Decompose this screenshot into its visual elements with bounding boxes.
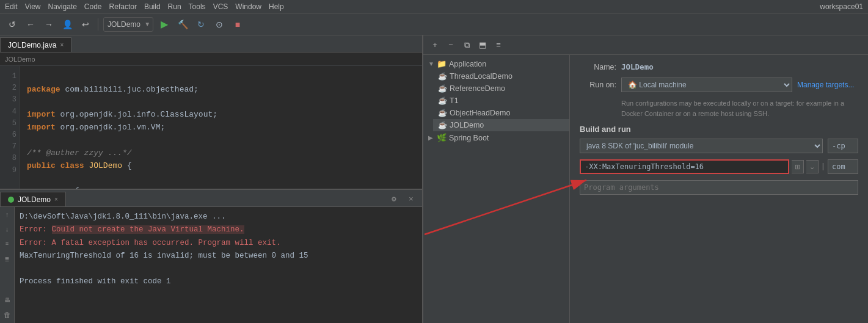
detail-name-row: Name: JOLDemo: [580, 62, 858, 71]
detail-runon-row: Run on: 🏠 Local machine Manage targets..…: [580, 78, 858, 92]
sdk-arg-input[interactable]: [828, 139, 858, 153]
run-indicator-icon: ▶: [20, 185, 22, 189]
joldemo-app-icon: ☕: [438, 121, 447, 129]
code-line-1: [27, 71, 415, 84]
tree-label-joldemo: JOLDemo: [450, 121, 484, 129]
console-wrap-icon[interactable]: ≡: [2, 239, 13, 250]
refresh-button[interactable]: ↺: [5, 17, 20, 32]
console-scroll-down-icon[interactable]: ↓: [2, 224, 13, 235]
code-line-5: import org.openjdk.jol.vm.VM;: [27, 122, 415, 134]
menu-build[interactable]: Build: [144, 2, 161, 11]
console-delete-icon[interactable]: 🗑: [2, 310, 13, 321]
menu-run[interactable]: Run: [168, 2, 181, 11]
manage-targets-link[interactable]: Manage targets...: [797, 81, 854, 89]
t1-app-icon: ☕: [438, 96, 447, 105]
toolbar: ↺ ← → 👤 ↩ JOLDemo ▼ ▶ 🔨 ↻ ⊙ ■: [0, 13, 868, 35]
tree-item-application[interactable]: ▼ 📁 Application: [423, 57, 569, 70]
build-button[interactable]: 🔨: [175, 17, 190, 32]
code-line-6: [27, 134, 415, 147]
build-run-title: Build and run: [580, 125, 858, 134]
vm-options-expand-button[interactable]: ⊞: [792, 160, 804, 173]
program-args-input[interactable]: [580, 180, 858, 195]
console-line-1: D:\devSoft\Java\jdk1.8.0_111\bin\java.ex…: [20, 211, 417, 223]
tree-item-threadlocaldemo[interactable]: ☕ ThreadLocalDemo: [433, 70, 569, 82]
main-class-input[interactable]: [828, 159, 858, 174]
stop-button[interactable]: ■: [230, 17, 245, 32]
back-button[interactable]: ←: [23, 17, 38, 32]
editor-tab-label: JOLDemo.java: [8, 41, 56, 49]
springboot-icon: 🌿: [437, 133, 447, 142]
menu-vcs[interactable]: VCS: [213, 2, 228, 11]
reload-button[interactable]: ↻: [194, 17, 208, 32]
console-content: D:\devSoft\Java\jdk1.8.0_111\bin\java.ex…: [15, 207, 422, 323]
console-tab-label: JOLDemo: [18, 195, 51, 204]
tree-label-t1: T1: [450, 96, 459, 105]
console-close-icon[interactable]: ×: [404, 192, 418, 206]
code-line-4: import org.openjdk.jol.info.ClassLayout;: [27, 109, 415, 122]
right-toolbar: + − ⧉ ⬒ ≡: [423, 35, 868, 55]
console-tab-close-icon[interactable]: ×: [54, 196, 58, 203]
threadlocaldemo-app-icon: ☕: [438, 72, 447, 81]
menu-edit[interactable]: Edit: [5, 2, 18, 11]
code-editor[interactable]: 1 2 3 4 5 6 7 8 9 package com.bilibili.j…: [0, 66, 422, 189]
menu-refactor[interactable]: Refactor: [109, 2, 137, 11]
tree-item-referencedemo[interactable]: ☕ ReferenceDemo: [433, 82, 569, 95]
expand-config-button[interactable]: ⬒: [476, 38, 489, 52]
runon-label: Run on:: [580, 81, 616, 89]
user-button[interactable]: 👤: [60, 17, 75, 32]
right-panel: + − ⧉ ⬒ ≡ ▼ 📁 Application ☕ ThreadLocalD…: [422, 35, 868, 323]
console-tab-joldemo[interactable]: JOLDemo ×: [0, 192, 66, 206]
copy-config-button[interactable]: ⧉: [460, 38, 473, 52]
tree-label-threadlocaldemo: ThreadLocalDemo: [450, 72, 512, 81]
console-gear-icon[interactable]: ⚙: [387, 192, 401, 206]
menu-view[interactable]: View: [25, 2, 41, 11]
application-folder-icon: 📁: [437, 59, 447, 68]
menu-window[interactable]: Window: [235, 2, 261, 11]
vm-options-menu-button[interactable]: ⌄: [806, 160, 819, 173]
sdk-select[interactable]: java 8 SDK of 'juc_bilibili' module: [580, 139, 823, 153]
dropdown-arrow-icon: ▼: [144, 21, 150, 27]
menu-help[interactable]: Help: [269, 2, 284, 11]
menu-code[interactable]: Code: [84, 2, 102, 11]
tree-item-objectheaddemo[interactable]: ☕ ObjectHeadDemo: [433, 107, 569, 119]
console-body: ↑ ↓ ≡ ≣ 🖶 🗑 D:\devSoft\Java\jdk1.8.0_111…: [0, 207, 422, 323]
editor-tabs: JOLDemo.java ×: [0, 35, 422, 53]
code-line-3: [27, 96, 415, 109]
console-scroll-up-icon[interactable]: ↑: [2, 209, 13, 220]
menu-bar: Edit View Navigate Code Refactor Build R…: [0, 0, 868, 13]
console-line-5: [20, 263, 417, 275]
tree-label-referencedemo: ReferenceDemo: [450, 84, 505, 93]
console-line-4: MaxTenuringThreshold of 16 is invalid; m…: [20, 250, 417, 263]
code-content: package com.bilibili.juc.objecthead; imp…: [20, 66, 422, 189]
objectheaddemo-app-icon: ☕: [438, 109, 447, 117]
console-print-icon[interactable]: 🖶: [2, 295, 13, 306]
undo-button[interactable]: ↩: [78, 17, 93, 32]
forward-button[interactable]: →: [42, 17, 56, 32]
console-line-3: Error: A fatal exception has occurred. P…: [20, 237, 417, 250]
detail-hint: Run configurations may be executed local…: [621, 98, 858, 118]
cursor-indicator: |: [821, 162, 825, 171]
config-detail: Name: JOLDemo Run on: 🏠 Local machine Ma…: [570, 55, 868, 323]
editor-tab-joldemo[interactable]: JOLDemo.java ×: [0, 37, 71, 52]
tab-close-icon[interactable]: ×: [60, 42, 64, 48]
code-line-7: /** @auther zzyy ...*/: [27, 147, 415, 160]
vm-options-input[interactable]: [580, 159, 789, 174]
run-config-name: JOLDemo: [108, 20, 140, 29]
menu-tools[interactable]: Tools: [189, 2, 206, 11]
tree-item-joldemo[interactable]: ☕ JOLDemo: [433, 119, 569, 131]
tree-label-springboot: Spring Boot: [449, 134, 489, 142]
console-line-2: Error: Could not create the Java Virtual…: [20, 223, 417, 236]
error-highlight: Could not create the Java Virtual Machin…: [52, 225, 244, 234]
menu-navigate[interactable]: Navigate: [48, 2, 76, 11]
remove-config-button[interactable]: −: [444, 38, 458, 52]
add-config-button[interactable]: +: [428, 38, 442, 52]
run-button[interactable]: ▶: [157, 17, 172, 32]
console-filter-icon[interactable]: ≣: [2, 253, 13, 264]
runon-select[interactable]: 🏠 Local machine: [621, 78, 792, 92]
tree-item-t1[interactable]: ☕ T1: [433, 95, 569, 107]
tree-arrow-application-icon: ▼: [428, 60, 434, 67]
run-config-dropdown[interactable]: JOLDemo ▼: [103, 17, 153, 32]
menu-config-button[interactable]: ≡: [492, 38, 505, 52]
tree-item-springboot[interactable]: ▶ 🌿 Spring Boot: [423, 131, 569, 144]
coverage-button[interactable]: ⊙: [212, 17, 227, 32]
